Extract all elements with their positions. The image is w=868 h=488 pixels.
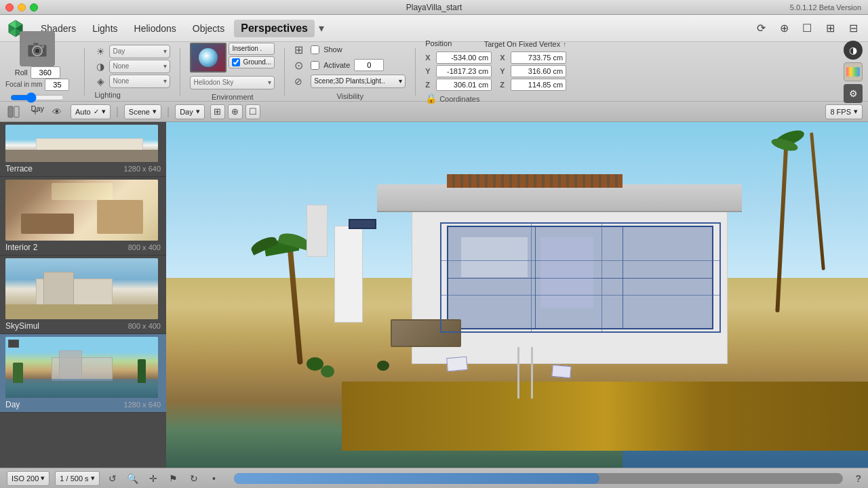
show-checkbox[interactable]: [311, 45, 319, 54]
pos-x-row: X -534.00 cm: [425, 52, 492, 64]
rewind-button[interactable]: ↺: [105, 471, 120, 486]
panel-toggle-button[interactable]: [5, 104, 22, 120]
menu-icon-add[interactable]: ⊕: [774, 19, 793, 38]
vis-row-scene: ⊘ Scene;3D Plants;Light.. ▾: [294, 75, 406, 88]
menu-icon-window[interactable]: ☐: [797, 19, 816, 38]
perspectives-chevron: ▾: [319, 22, 324, 35]
scene-icon: ⊘: [294, 76, 307, 87]
color-picker-button[interactable]: [844, 62, 863, 81]
minimize-button[interactable]: [18, 3, 26, 12]
lighting-day-dropdown[interactable]: Day ▾: [109, 45, 170, 58]
menu-right-icons: ⟳ ⊕ ☐ ⊞ ⊟: [751, 19, 863, 38]
menu-icon-refresh[interactable]: ⟳: [751, 19, 770, 38]
viewport[interactable]: [166, 122, 868, 468]
iso-dropdown[interactable]: ISO 200 ▾: [7, 471, 50, 486]
heliodon-dropdown[interactable]: Heliodon Sky ▾: [190, 76, 275, 89]
ground-checkbox[interactable]: [232, 58, 240, 66]
day-size: 1280 x 640: [124, 401, 161, 409]
activate-icon: ⊙: [294, 59, 307, 72]
scene-visibility-dropdown[interactable]: Scene;3D Plants;Light.. ▾: [311, 75, 406, 88]
environment-group: Insertion . Ground... Heliodon Sky ▾ Env…: [190, 43, 275, 101]
menu-perspectives[interactable]: Perspectives: [234, 20, 315, 37]
skysimul-size: 800 x 400: [128, 322, 161, 330]
terrace-info: Terrace 1280 x 640: [5, 164, 161, 174]
close-button[interactable]: [5, 3, 14, 12]
target-z-value[interactable]: 114.85 cm: [511, 79, 566, 91]
auto-dropdown[interactable]: Auto ✓ ▾: [71, 104, 111, 119]
target-z-row: Z 114.85 cm: [500, 79, 566, 91]
move-button[interactable]: ✛: [146, 471, 161, 486]
window-controls[interactable]: [5, 3, 38, 12]
skysimul-preview: [5, 258, 158, 319]
maximize-button[interactable]: [30, 3, 38, 12]
pipe-2: |: [167, 106, 170, 118]
activate-checkbox[interactable]: [311, 61, 319, 70]
roll-input[interactable]: 360: [31, 66, 60, 79]
lock-icon: 🔒: [425, 93, 437, 104]
capture-button-3[interactable]: ☐: [245, 104, 260, 119]
scene-dropdown[interactable]: Scene ▾: [124, 104, 161, 119]
eye-button[interactable]: 👁: [49, 104, 65, 120]
main-content: Terrace 1280 x 640 Interior 2 800 x 400: [0, 122, 868, 468]
target-y-value[interactable]: 316.60 cm: [511, 65, 566, 77]
menu-lights[interactable]: Lights: [85, 20, 124, 37]
day-name: Day: [5, 400, 20, 409]
forward-button[interactable]: ↻: [186, 471, 201, 486]
pos-z-value[interactable]: 306.01 cm: [436, 79, 492, 91]
ground-button[interactable]: Ground...: [229, 56, 275, 68]
env-buttons: Insertion . Ground...: [229, 43, 275, 73]
auto-label: Auto: [75, 108, 91, 116]
scene-3d: [166, 122, 868, 468]
flag-button[interactable]: ⚑: [166, 471, 181, 486]
menu-icon-grid[interactable]: ⊞: [821, 19, 840, 38]
divider-1: [84, 48, 85, 96]
visibility-group: ⊞ Show ⊙ Activate ⊘ Scene;3D Plants;Ligh…: [294, 43, 406, 100]
menu-objects[interactable]: Objects: [186, 20, 231, 37]
lighting-group: ☀ Day ▾ ◑ None ▾ ◈ None ▾ Lighting: [94, 45, 170, 99]
pos-x-value[interactable]: -534.00 cm: [436, 52, 492, 64]
pos-y-value[interactable]: -1817.23 cm: [436, 65, 492, 77]
activate-label: Activate: [323, 61, 350, 69]
terrace-size: 1280 x 640: [124, 165, 161, 173]
capture-button-1[interactable]: ⊞: [210, 104, 225, 119]
capture-button-2[interactable]: ⊕: [228, 104, 243, 119]
target-x-row: X 733.75 cm: [500, 52, 566, 64]
thumbnail-skysimul[interactable]: SkySimul 800 x 400: [0, 256, 166, 334]
day-dropdown[interactable]: Day ▾: [175, 104, 205, 119]
svg-point-11: [41, 45, 44, 48]
scene-visibility-value: Scene;3D Plants;Light..: [314, 77, 385, 85]
menu-icon-minus[interactable]: ⊟: [844, 19, 863, 38]
activate-value[interactable]: [354, 59, 384, 71]
camera-group: Roll 360 Focal in mm Day: [5, 31, 69, 113]
fps-dropdown[interactable]: 8 FPS ▾: [825, 104, 863, 119]
skysimul-info: SkySimul 800 x 400: [5, 321, 161, 331]
svg-rect-10: [33, 43, 39, 45]
thumbnails-panel: Terrace 1280 x 640 Interior 2 800 x 400: [0, 122, 166, 468]
add-view-button[interactable]: +: [27, 104, 43, 120]
interior2-preview: [5, 180, 158, 241]
lighting-row-3: ◈ None ▾: [94, 75, 170, 88]
thumbnail-interior2[interactable]: Interior 2 800 x 400: [0, 177, 166, 256]
focal-slider[interactable]: [10, 92, 64, 103]
zoom-button[interactable]: 🔍: [125, 471, 140, 486]
menu-heliodons[interactable]: Heliodons: [127, 20, 183, 37]
settings-button[interactable]: ⚙: [844, 84, 863, 103]
iso-label: ISO 200: [12, 474, 39, 483]
focal-input[interactable]: [45, 79, 69, 91]
exposure-dropdown[interactable]: 1 / 500 s ▾: [55, 471, 99, 486]
insertion-button[interactable]: Insertion .: [229, 43, 275, 55]
pipe-1: |: [116, 106, 119, 118]
lighting-none-value-1: None: [113, 62, 129, 70]
help-button[interactable]: ?: [855, 473, 861, 484]
menubar: Shaders Lights Heliodons Objects Perspec…: [0, 15, 868, 42]
thumbnail-day[interactable]: Day 1280 x 640: [0, 334, 166, 413]
lighting-none-dropdown-2[interactable]: None ▾: [109, 75, 170, 88]
target-x-value[interactable]: 733.75 cm: [511, 52, 566, 64]
night-mode-button[interactable]: ◑: [844, 41, 863, 60]
lighting-label: Lighting: [94, 91, 121, 99]
dot-button[interactable]: •: [207, 471, 222, 486]
coord-group: X -534.00 cm Y -1817.23 cm Z 306.01 cm X…: [425, 52, 566, 91]
lighting-none-dropdown-1[interactable]: None ▾: [109, 60, 170, 73]
roll-label: Roll: [15, 68, 28, 77]
thumbnail-terrace[interactable]: Terrace 1280 x 640: [0, 122, 166, 177]
